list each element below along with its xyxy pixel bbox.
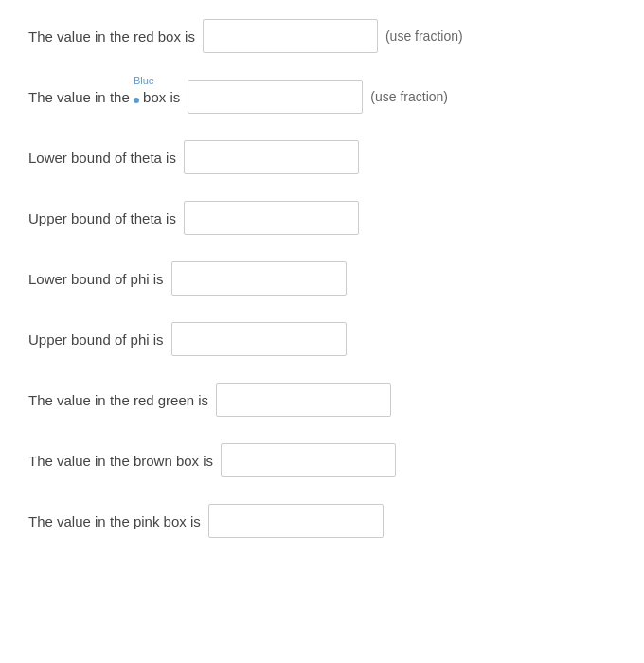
- theta-lower-label: Lower bound of theta is: [28, 150, 176, 166]
- red-green-row: The value in the red green is: [28, 383, 616, 417]
- brown-box-row: The value in the brown box is: [28, 443, 616, 477]
- red-green-input[interactable]: [216, 383, 391, 417]
- phi-upper-row: Upper bound of phi is: [28, 322, 616, 356]
- blue-tooltip-text: Blue: [134, 75, 154, 86]
- pink-box-label: The value in the pink box is: [28, 513, 201, 529]
- theta-lower-row: Lower bound of theta is: [28, 140, 616, 174]
- theta-upper-row: Upper bound of theta is: [28, 201, 616, 235]
- pink-box-input[interactable]: [208, 504, 384, 538]
- blue-dot: [134, 98, 139, 103]
- blue-box-tooltip-container: Blue: [134, 90, 139, 103]
- theta-upper-label: Upper bound of theta is: [28, 210, 176, 226]
- red-green-label: The value in the red green is: [28, 392, 208, 408]
- red-box-label: The value in the red box is: [28, 28, 195, 45]
- phi-lower-row: Lower bound of phi is: [28, 261, 616, 296]
- phi-upper-input[interactable]: [171, 322, 347, 356]
- phi-upper-label: Upper bound of phi is: [28, 332, 164, 348]
- theta-lower-input[interactable]: [184, 140, 359, 174]
- blue-box-label-before: The value in the Blue box is: [28, 89, 180, 105]
- red-box-suffix: (use fraction): [385, 28, 463, 44]
- blue-box-row: The value in the Blue box is (use fracti…: [28, 80, 616, 114]
- brown-box-input[interactable]: [221, 443, 396, 477]
- blue-box-label-after: box is: [143, 89, 180, 105]
- theta-upper-input[interactable]: [184, 201, 359, 235]
- red-box-row: The value in the red box is (use fractio…: [28, 19, 616, 53]
- phi-lower-label: Lower bound of phi is: [28, 271, 164, 287]
- phi-lower-input[interactable]: [171, 261, 347, 296]
- brown-box-label: The value in the brown box is: [28, 453, 213, 469]
- pink-box-row: The value in the pink box is: [28, 504, 616, 538]
- red-box-input[interactable]: [203, 19, 378, 53]
- blue-box-suffix: (use fraction): [370, 89, 448, 104]
- blue-box-input[interactable]: [188, 80, 363, 114]
